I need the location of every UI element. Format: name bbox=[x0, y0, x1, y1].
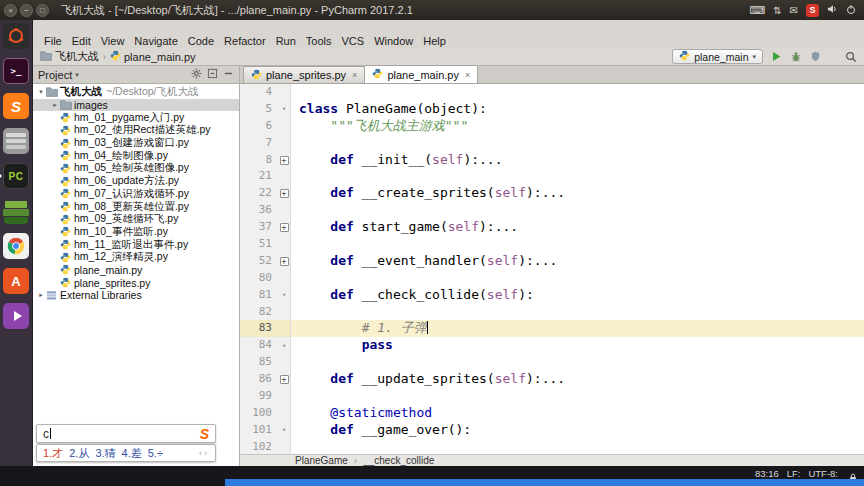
tree-item[interactable]: hm_12_演绎精灵.py bbox=[33, 251, 239, 264]
menu-file[interactable]: File bbox=[39, 35, 67, 47]
recorder-badge[interactable]: S bbox=[806, 4, 819, 17]
ime-candidate[interactable]: 2.从 bbox=[69, 446, 89, 461]
video-progress-bar[interactable] bbox=[225, 479, 864, 486]
code-line-6[interactable]: 6 """飞机大战主游戏""" bbox=[240, 118, 864, 135]
ime-candidate[interactable]: 3.猜 bbox=[95, 446, 115, 461]
breadcrumb-class[interactable]: PlaneGame bbox=[295, 455, 348, 466]
tree-item[interactable]: hm_08_更新英雄位置.py bbox=[33, 200, 239, 213]
run-button[interactable] bbox=[771, 51, 782, 62]
coverage-button[interactable] bbox=[810, 51, 821, 62]
menu-edit[interactable]: Edit bbox=[67, 35, 96, 47]
media-player-icon[interactable] bbox=[3, 303, 29, 329]
line-number[interactable]: 85 bbox=[240, 354, 278, 371]
menu-window[interactable]: Window bbox=[369, 35, 418, 47]
line-number[interactable]: 21 bbox=[240, 168, 278, 185]
minimize-button[interactable]: − bbox=[20, 4, 33, 17]
menu-run[interactable]: Run bbox=[271, 35, 301, 47]
menu-view[interactable]: View bbox=[96, 35, 130, 47]
line-number[interactable]: 102 bbox=[240, 439, 278, 454]
fold-marker[interactable]: + bbox=[278, 152, 291, 169]
tree-item[interactable]: plane_sprites.py bbox=[33, 276, 239, 289]
code-line-100[interactable]: 100 @staticmethod bbox=[240, 405, 864, 422]
line-number[interactable]: 86 bbox=[240, 371, 278, 388]
chevron-down-icon[interactable]: ▾ bbox=[36, 88, 46, 96]
mail-icon[interactable]: ✉ bbox=[790, 5, 798, 16]
line-number[interactable]: 101 bbox=[240, 422, 278, 439]
fold-marker[interactable]: ▾ bbox=[278, 422, 291, 439]
run-config-select[interactable]: plane_main ▾ bbox=[672, 49, 763, 64]
tree-item[interactable]: hm_01_pygame入门.py bbox=[33, 111, 239, 124]
line-number[interactable]: 52 bbox=[240, 253, 278, 270]
updown-arrows-icon[interactable]: ⇅ bbox=[773, 5, 781, 16]
tree-item[interactable]: ▸images bbox=[33, 99, 239, 112]
line-number[interactable]: 5 bbox=[240, 101, 278, 118]
line-number[interactable]: 6 bbox=[240, 118, 278, 135]
collapse-all-icon[interactable] bbox=[207, 68, 218, 81]
fold-marker[interactable]: + bbox=[278, 371, 291, 388]
tree-item[interactable]: hm_11_监听退出事件.py bbox=[33, 238, 239, 251]
code-line-101[interactable]: 101▾ def __game_over(): bbox=[240, 422, 864, 439]
code-line-81[interactable]: 81▾ def __check_collide(self): bbox=[240, 287, 864, 304]
code-line-22[interactable]: 22+ def __create_sprites(self):... bbox=[240, 185, 864, 202]
code-line-51[interactable]: 51 bbox=[240, 236, 864, 253]
sogou-pinyin-icon[interactable]: S bbox=[3, 93, 29, 119]
fold-marker[interactable]: + bbox=[278, 185, 291, 202]
search-everywhere-button[interactable] bbox=[845, 51, 857, 63]
tree-item[interactable]: ▾飞机大战~/Desktop/飞机大战 bbox=[33, 86, 239, 99]
power-icon[interactable] bbox=[846, 4, 856, 17]
file-manager-icon[interactable] bbox=[3, 128, 29, 154]
ime-candidate[interactable]: 1.才 bbox=[43, 446, 63, 461]
breadcrumb-method[interactable]: __check_collide bbox=[363, 455, 434, 466]
line-number[interactable]: 83 bbox=[240, 320, 278, 337]
fold-plus-icon[interactable]: + bbox=[280, 189, 289, 198]
fold-plus-icon[interactable]: + bbox=[280, 223, 289, 232]
line-number[interactable]: 100 bbox=[240, 405, 278, 422]
menu-tools[interactable]: Tools bbox=[301, 35, 337, 47]
caret-position[interactable]: 83:16 bbox=[755, 468, 779, 479]
project-panel-title[interactable]: Project bbox=[38, 69, 72, 81]
fold-plus-icon[interactable]: + bbox=[280, 156, 289, 165]
encoding[interactable]: UTF-8: bbox=[808, 468, 838, 479]
ubuntu-software-icon[interactable]: A bbox=[3, 268, 29, 294]
line-number[interactable]: 80 bbox=[240, 270, 278, 287]
ime-page-arrows[interactable]: ‹› bbox=[199, 448, 209, 458]
menu-code[interactable]: Code bbox=[183, 35, 219, 47]
code-line-52[interactable]: 52+ def __event_handler(self):... bbox=[240, 253, 864, 270]
volume-icon[interactable] bbox=[827, 4, 838, 16]
tree-item[interactable]: hm_10_事件监听.py bbox=[33, 226, 239, 239]
navbar-item[interactable]: plane_main.py bbox=[110, 50, 196, 63]
code-line-80[interactable]: 80 bbox=[240, 270, 864, 287]
line-number[interactable]: 99 bbox=[240, 388, 278, 405]
line-ending[interactable]: LF: bbox=[787, 468, 801, 479]
tree-item[interactable]: hm_02_使用Rect描述英雄.py bbox=[33, 124, 239, 137]
code-line-7[interactable]: 7 bbox=[240, 135, 864, 152]
tree-item[interactable]: hm_07_认识游戏循环.py bbox=[33, 188, 239, 201]
fold-plus-icon[interactable]: + bbox=[280, 257, 289, 266]
line-number[interactable]: 36 bbox=[240, 202, 278, 219]
fold-marker[interactable]: ▴ bbox=[278, 337, 291, 354]
line-number[interactable]: 37 bbox=[240, 219, 278, 236]
code-line-84[interactable]: 84▴ pass bbox=[240, 337, 864, 354]
code-line-8[interactable]: 8+ def __init__(self):... bbox=[240, 152, 864, 169]
line-number[interactable]: 22 bbox=[240, 185, 278, 202]
ime-input[interactable]: c S bbox=[36, 424, 216, 443]
line-number[interactable]: 7 bbox=[240, 135, 278, 152]
chevron-right-icon[interactable]: ▸ bbox=[36, 291, 46, 299]
line-number[interactable]: 84 bbox=[240, 337, 278, 354]
fold-marker[interactable]: + bbox=[278, 219, 291, 236]
code-line-4[interactable]: 4 bbox=[240, 84, 864, 101]
code-line-99[interactable]: 99 bbox=[240, 388, 864, 405]
fold-plus-icon[interactable]: + bbox=[280, 375, 289, 384]
tree-item[interactable]: ▸External Libraries bbox=[33, 289, 239, 302]
code-line-82[interactable]: 82 bbox=[240, 304, 864, 321]
ime-candidate[interactable]: 5.÷ bbox=[148, 447, 163, 459]
menu-refactor[interactable]: Refactor bbox=[219, 35, 271, 47]
tab-plane_sprites.py[interactable]: plane_sprites.py× bbox=[243, 66, 365, 83]
hide-icon[interactable] bbox=[223, 68, 234, 81]
dash-home-icon[interactable] bbox=[3, 23, 29, 49]
pycharm-icon[interactable]: PC bbox=[3, 163, 29, 189]
close-icon[interactable]: × bbox=[352, 70, 357, 80]
line-number[interactable]: 81 bbox=[240, 287, 278, 304]
menu-help[interactable]: Help bbox=[418, 35, 451, 47]
close-button[interactable]: × bbox=[4, 4, 17, 17]
